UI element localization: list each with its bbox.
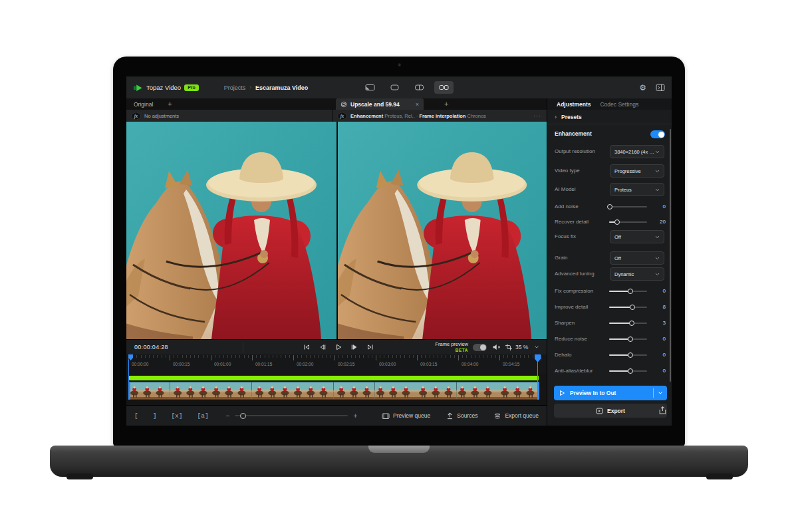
breadcrumb-projects[interactable]: Projects (224, 84, 246, 91)
timeline-ruler[interactable]: 00:00:0000:00:1500:01:0000:01:1500:02:00… (126, 354, 547, 374)
tab-close-icon[interactable]: × (416, 101, 419, 108)
ruler-tick (491, 355, 492, 358)
grain-dropdown[interactable]: Off (610, 251, 664, 265)
add-noise-row: Add noise 0 (547, 200, 672, 213)
slider-value: 0 (651, 368, 666, 374)
trim-handle-in[interactable] (128, 382, 130, 400)
ruler-tick (520, 355, 521, 358)
step-back-button[interactable] (319, 343, 327, 351)
recover-detail-slider[interactable] (609, 221, 647, 223)
export-button[interactable]: Export (554, 404, 667, 418)
crop-button[interactable] (505, 343, 513, 351)
clear-in-out-button[interactable]: [x] (171, 412, 182, 420)
ruler-tick (334, 355, 335, 360)
mute-audio-button[interactable] (492, 343, 501, 351)
reduce-noise-row: Reduce noise 0 (547, 332, 672, 346)
timeline[interactable]: 00:00:0000:00:1500:01:0000:01:1500:02:00… (126, 354, 547, 400)
fix-compression-slider[interactable] (609, 291, 647, 292)
output-resolution-row: Output resolution 3840×2160 (4x … (547, 145, 672, 158)
ai-model-row: AI Model Proteus (547, 183, 672, 196)
timeline-zoom-out-button[interactable]: − (226, 412, 230, 420)
step-forward-button[interactable] (350, 343, 358, 351)
settings-gear-button[interactable]: ⚙ (639, 84, 646, 92)
toggle-panel-button[interactable] (656, 83, 665, 92)
share-export-icon[interactable] (659, 406, 666, 414)
video-type-dropdown[interactable]: Progressive (610, 164, 664, 178)
play-button[interactable] (334, 343, 342, 351)
skip-to-start-button[interactable] (303, 343, 311, 351)
tab-upscale[interactable]: Upscale and 59.94 × (336, 98, 424, 110)
new-tab-button-left[interactable]: + (168, 100, 172, 108)
preview-compare-area[interactable] (126, 122, 547, 339)
tab-adjustments[interactable]: Adjustments (557, 101, 591, 108)
new-tab-button-right[interactable]: + (444, 100, 448, 108)
slider-knob[interactable] (240, 413, 246, 419)
frame-preview-toggle[interactable] (473, 344, 487, 351)
ruler-tick (462, 355, 463, 358)
output-resolution-dropdown[interactable]: 3840×2160 (4x … (610, 145, 664, 158)
advanced-tuning-dropdown[interactable]: Dynamic (610, 267, 664, 281)
sources-button[interactable]: Sources (446, 412, 477, 420)
timeline-timecode-label: 00:03:15 (420, 362, 437, 366)
row-label: AI Model (555, 186, 576, 192)
side-by-side-view-button[interactable] (434, 81, 454, 94)
zoom-dropdown-chevron-icon[interactable] (534, 345, 539, 349)
preview-in-to-out-button[interactable]: Preview In to Out (554, 386, 667, 400)
filmstrip-thumbnail (293, 382, 334, 399)
timeline-timecode-label: 00:04:15 (503, 362, 519, 366)
view-mode-switcher (360, 76, 454, 98)
ruler-tick (438, 355, 438, 358)
timeline-zoom-slider[interactable] (235, 415, 348, 416)
preview-zoom-level[interactable]: 35 % (515, 344, 528, 350)
ruler-tick (413, 355, 414, 358)
tab-original[interactable]: Original (134, 101, 153, 108)
add-noise-slider[interactable] (609, 206, 647, 207)
timeline-zoom-in-button[interactable]: + (353, 412, 357, 420)
chevron-down-icon (655, 170, 660, 173)
comparison-view-button[interactable] (360, 81, 380, 94)
dropdown-value: Off (614, 255, 654, 261)
split-view-button[interactable] (410, 81, 429, 94)
preview-queue-button[interactable]: Preview queue (382, 412, 430, 420)
enhancement-chip-label[interactable]: Enhancement (350, 113, 383, 119)
sharpen-slider[interactable] (609, 323, 647, 324)
slider-value: 8 (651, 304, 666, 310)
anti-alias-deblur-slider[interactable] (609, 370, 647, 372)
set-in-point-button[interactable]: [ (134, 412, 138, 420)
ruler-tick (404, 355, 405, 358)
tab-codec-settings[interactable]: Codec Settings (600, 101, 638, 108)
improve-detail-slider[interactable] (609, 307, 647, 308)
filmstrip[interactable] (129, 382, 539, 400)
auto-in-out-button[interactable]: [a] (198, 412, 209, 420)
ai-model-dropdown[interactable]: Proteus (610, 183, 664, 196)
frame-interpolation-chip-label[interactable]: Frame interpolation (419, 113, 466, 119)
ruler-tick (252, 355, 253, 360)
app-logo[interactable]: Topaz Video Pro (134, 84, 199, 92)
preview-more-menu[interactable]: ··· (533, 112, 541, 119)
dropdown-value: Proteus (614, 187, 654, 193)
set-out-point-button[interactable]: ] (153, 412, 157, 420)
original-video-frame (126, 122, 336, 339)
single-view-button[interactable] (385, 81, 404, 94)
presets-section-header[interactable]: › Presets (547, 110, 672, 124)
improve-detail-row: Improve detail 8 (547, 301, 672, 314)
export-queue-button[interactable]: Export queue (493, 412, 539, 420)
split-view-icon (414, 84, 424, 91)
dehalo-slider[interactable] (609, 354, 647, 356)
skip-to-end-button[interactable] (366, 343, 374, 351)
reduce-noise-slider[interactable] (609, 338, 647, 340)
ruler-tick (166, 355, 166, 358)
sidebar-scrollbar[interactable] (670, 129, 671, 382)
slider-value: 0 (651, 203, 666, 209)
ruler-tick (260, 355, 261, 358)
ruler-tick (363, 355, 364, 358)
enhancement-toggle[interactable] (650, 130, 665, 138)
chevron-down-icon (655, 257, 660, 260)
ruler-tick (359, 355, 360, 358)
preview-options-chevron[interactable] (654, 391, 667, 395)
ruler-tick (347, 355, 348, 358)
playhead-in-marker[interactable] (128, 354, 133, 360)
focus-fix-dropdown[interactable]: Off (610, 230, 664, 243)
chip-separator: · (416, 113, 418, 119)
out-point-marker[interactable] (535, 354, 541, 362)
